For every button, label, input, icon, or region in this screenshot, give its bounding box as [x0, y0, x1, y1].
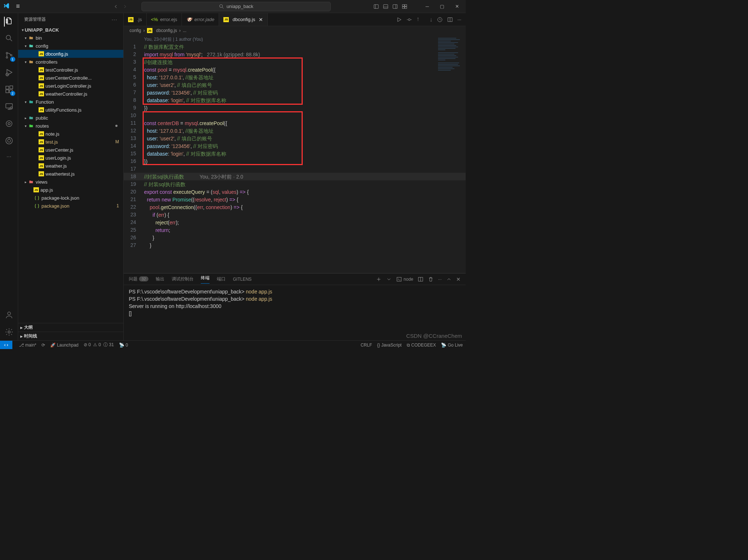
tree-item[interactable]: JSweatherController.js [18, 90, 123, 98]
close-tab-icon[interactable]: ✕ [259, 17, 263, 23]
activity-bar: 1 2 ··· [0, 13, 18, 340]
new-terminal-icon[interactable] [376, 276, 382, 282]
split-terminal-icon[interactable] [418, 276, 423, 282]
remote-indicator-icon[interactable] [0, 341, 12, 349]
editor-tab[interactable]: <%error.ejs [147, 13, 182, 26]
go-live[interactable]: 📡 Go Live [441, 343, 463, 348]
tree-item[interactable]: ▾config [18, 42, 123, 50]
remote-explorer-icon[interactable] [5, 102, 13, 112]
launchpad[interactable]: 🚀 Launchpad [50, 343, 79, 348]
run-icon[interactable] [396, 17, 402, 23]
svg-rect-2 [383, 4, 388, 8]
tree-item[interactable]: ▾controllers [18, 58, 123, 66]
svg-point-0 [219, 4, 222, 7]
layout-left-icon[interactable] [373, 4, 379, 9]
target-icon[interactable] [5, 119, 13, 129]
panel-tab[interactable]: 调试控制台 [172, 276, 194, 282]
editor-tab[interactable]: JSdbconfig.js✕ [219, 13, 268, 26]
js-icon: JS [39, 171, 44, 176]
account-icon[interactable] [5, 311, 13, 320]
tree-item[interactable]: JSuserLoginController.js [18, 82, 123, 90]
command-center[interactable]: uniapp_back [142, 2, 331, 11]
project-root[interactable]: ▾UNIAPP_BACK [18, 26, 123, 34]
tree-item[interactable]: JSdbconfig.js [18, 50, 123, 58]
code-editor[interactable]: 1234567891011121314151617181920212223242… [124, 35, 466, 273]
language-mode[interactable]: {} JavaScript [377, 343, 402, 348]
panel-tab[interactable]: 端口 [217, 276, 226, 282]
tree-item[interactable]: JSweathertest.js [18, 170, 123, 178]
panel-up-icon[interactable] [446, 276, 452, 282]
tree-item[interactable]: JSuserLogin.js [18, 154, 123, 162]
folder-icon [28, 43, 34, 49]
close-icon[interactable]: ✕ [451, 4, 463, 9]
tree-item[interactable]: JSuserCenter.js [18, 146, 123, 154]
tree-item[interactable]: ▸views [18, 178, 123, 186]
panel-tab[interactable]: 问题32 [129, 276, 148, 282]
settings-gear-icon[interactable] [5, 328, 13, 337]
extensions-icon[interactable]: 2 [5, 85, 13, 95]
js-icon: JS [128, 17, 134, 22]
tree-item[interactable]: JSnote.js [18, 130, 123, 138]
search-tab-icon[interactable] [5, 34, 13, 44]
codegeex-status[interactable]: ⧉ CODEGEEX [407, 343, 436, 348]
problems-status[interactable]: ⊘ 0 ⚠ 0 ⓘ 31 [84, 342, 114, 348]
radio-icon[interactable]: 📡 0 [119, 343, 128, 348]
tree-item[interactable]: package-lock.json [18, 194, 123, 202]
timeline-section[interactable]: ▸时间线 [18, 332, 123, 340]
editor-tab[interactable]: 🐶error.jade [182, 13, 219, 26]
editor-tab[interactable]: JS.js [124, 13, 147, 26]
terminal-output[interactable]: PS F:\.vscode\softwareDevelopment\uniapp… [124, 285, 466, 340]
tree-item[interactable]: ▾bin [18, 34, 123, 42]
trash-icon[interactable] [428, 276, 434, 282]
maximize-icon[interactable]: ▢ [436, 4, 448, 9]
panel-tab[interactable]: 终端 [201, 275, 210, 284]
line-ending[interactable]: CRLF [361, 343, 372, 348]
tree-item[interactable]: ▾routes [18, 122, 123, 130]
layout-grid-icon[interactable] [402, 4, 407, 9]
editor-tabs: JS.js<%error.ejs🐶error.jadeJSdbconfig.js… [124, 13, 466, 26]
tree-item[interactable]: ▸public [18, 114, 123, 122]
breadcrumb[interactable]: config› JS dbconfig.js› ... [124, 26, 466, 35]
source-control-icon[interactable]: 1 [5, 51, 13, 61]
sidebar-header: 资源管理器 ··· [18, 13, 123, 26]
git-compare-icon[interactable] [417, 17, 422, 23]
nav-forward-icon[interactable] [122, 4, 128, 9]
tree-item[interactable]: ▾Function [18, 98, 123, 106]
sync-icon[interactable]: ⟳ [41, 343, 45, 348]
minimize-icon[interactable]: ─ [422, 4, 433, 9]
json-icon [33, 203, 40, 209]
more-icon[interactable]: ··· [7, 153, 11, 160]
tree-item[interactable]: JStest.jsM [18, 138, 123, 146]
panel-more-icon[interactable]: ··· [438, 277, 442, 282]
file-tree: ▾bin▾configJSdbconfig.js▾controllersJSte… [18, 34, 123, 323]
terminal-dropdown-icon[interactable] [386, 276, 392, 282]
explorer-icon[interactable] [4, 17, 13, 27]
tree-item[interactable]: JSweather.js [18, 162, 123, 170]
history-icon[interactable] [437, 17, 443, 23]
tree-item[interactable]: package.json1 [18, 202, 123, 210]
layout-bottom-icon[interactable] [383, 4, 389, 9]
ejs-icon: <% [151, 17, 158, 22]
panel-tab[interactable]: 输出 [156, 276, 164, 282]
split-icon[interactable] [447, 17, 453, 23]
debug-alt-icon[interactable] [406, 17, 412, 23]
layout-right-icon[interactable] [392, 4, 398, 9]
hamburger-icon[interactable]: ≡ [16, 3, 20, 10]
tree-item[interactable]: JSutilityFunctions.js [18, 106, 123, 114]
minimap[interactable] [438, 37, 463, 81]
git-compare2-icon[interactable] [427, 17, 433, 23]
terminal-shell[interactable]: node [396, 276, 413, 282]
tab-more-icon[interactable]: ··· [457, 17, 461, 22]
codegeex-icon[interactable] [5, 136, 13, 146]
panel-tab[interactable]: GITLENS [233, 277, 251, 282]
tree-item[interactable]: JSapp.js [18, 186, 123, 194]
tree-item[interactable]: JStestController.js [18, 66, 123, 74]
run-debug-icon[interactable] [5, 68, 13, 78]
tree-item[interactable]: JSuserCenterControlle... [18, 74, 123, 82]
js-icon: JS [39, 163, 44, 168]
sidebar-more-icon[interactable]: ··· [112, 17, 118, 22]
nav-back-icon[interactable] [113, 4, 119, 9]
git-branch[interactable]: ⎇ main* [19, 343, 36, 348]
panel-close-icon[interactable]: ✕ [456, 276, 461, 282]
outline-section[interactable]: ▸大纲 [18, 323, 123, 332]
